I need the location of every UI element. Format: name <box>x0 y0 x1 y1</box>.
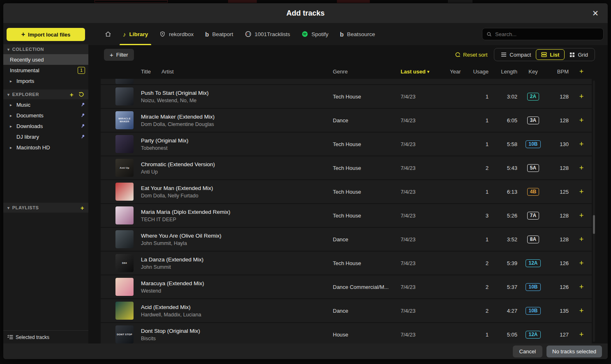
track-row[interactable]: Push To Start (Original Mix) Noizu, West… <box>101 85 592 108</box>
column-header-bpm[interactable]: BPM <box>546 69 571 75</box>
column-header-last-used[interactable]: Last used ▾ <box>401 69 450 75</box>
track-usage: 1 <box>470 236 491 243</box>
sidebar-item[interactable]: ▸ Music <box>3 99 88 110</box>
track-row[interactable]: Anti Up Chromatic (Extended Version) Ant… <box>101 156 592 179</box>
album-art-label <box>124 310 125 311</box>
track-usage: 2 <box>470 260 491 266</box>
view-compact-button[interactable]: Compact <box>496 49 536 60</box>
track-row[interactable]: Party (Original Mix) Tobehonest Tech Hou… <box>101 133 592 156</box>
track-genre: Tech House <box>333 260 401 266</box>
tab-rekordbox[interactable]: rekordbox <box>154 23 199 45</box>
key-badge: 7A <box>527 212 539 220</box>
add-track-button[interactable]: + <box>576 162 587 174</box>
cancel-button[interactable]: Cancel <box>513 346 542 357</box>
key-badge: 2A <box>527 93 539 101</box>
track-title: Maracuya (Extended Mix) <box>141 280 333 286</box>
key-badge: 10B <box>526 140 540 148</box>
add-track-button[interactable]: + <box>576 91 587 102</box>
explorer-header-label: EXPLORER <box>12 92 39 97</box>
chevron-right-icon: ▸ <box>10 103 15 107</box>
add-explorer-folder-button[interactable]: + <box>70 91 74 98</box>
album-art <box>115 87 134 105</box>
collection-list: Recently used Instrumental 1 ▸ Imports <box>3 54 88 86</box>
column-header-usage[interactable]: Usage <box>470 69 491 75</box>
collection-section-header[interactable]: ▾ COLLECTION <box>3 44 88 54</box>
track-row[interactable]: Where You Are (Olive Oil Remix) John Sum… <box>101 228 592 251</box>
sidebar-item[interactable]: ▸ Documents <box>3 110 88 121</box>
playlists-section-header[interactable]: ▾ PLAYLISTS + <box>3 203 88 213</box>
add-track-button[interactable]: + <box>576 186 587 197</box>
track-artist: Westend <box>141 288 333 294</box>
track-last-used: 7/4/23 <box>401 284 450 290</box>
add-column-button[interactable]: + <box>579 67 583 76</box>
selected-tracks-button[interactable]: Selected tracks <box>3 330 88 343</box>
track-row[interactable]: Maria Maria (Diplo Extended Remix) TECH … <box>101 204 592 227</box>
sidebar-item[interactable]: Recently used <box>3 54 88 65</box>
add-track-button[interactable]: + <box>576 329 587 340</box>
tab-beatsource[interactable]: b Beatsource <box>334 23 380 45</box>
column-header-genre[interactable]: Genre <box>333 69 401 75</box>
refresh-icon[interactable] <box>78 92 84 97</box>
track-title: Dont Stop (Original Mix) <box>141 328 333 334</box>
add-track-button[interactable]: + <box>576 234 587 245</box>
confirm-button[interactable]: No tracks selected <box>546 346 602 357</box>
search-input[interactable] <box>495 31 599 37</box>
track-length: 6:05 <box>491 117 520 124</box>
reset-sort-button[interactable]: Reset sort <box>455 52 487 58</box>
tab-spotify[interactable]: Spotify <box>296 23 334 45</box>
add-playlist-button[interactable]: + <box>81 204 84 211</box>
background-app <box>228 0 257 3</box>
column-header-artist[interactable]: Artist <box>161 69 174 75</box>
add-track-button[interactable]: + <box>576 114 587 126</box>
selected-tracks-icon <box>7 335 13 339</box>
add-track-button[interactable]: + <box>576 138 587 150</box>
sidebar-item[interactable]: ▸ Macintosh HD <box>3 142 88 153</box>
track-length: 6:13 <box>491 189 520 195</box>
track-usage: 2 <box>470 165 491 171</box>
track-row[interactable]: MIRACLE MAKER Miracle Maker (Extended Mi… <box>101 109 592 132</box>
track-length: 4:27 <box>491 308 520 314</box>
sidebar-item[interactable]: ▸ Imports <box>3 76 88 86</box>
sidebar-item[interactable]: ▸ DJ library <box>3 131 88 142</box>
column-header-length[interactable]: Length <box>491 69 520 75</box>
view-list-button[interactable]: List <box>536 49 565 60</box>
explorer-section-header[interactable]: ▾ EXPLORER + <box>3 89 88 99</box>
filter-button[interactable]: + Filter <box>104 49 134 61</box>
scrollbar-thumb[interactable] <box>593 215 595 234</box>
track-genre: Dance Commercial/M... <box>333 284 401 290</box>
track-bpm: 128 <box>546 117 571 124</box>
scrollbar-track[interactable] <box>593 80 595 342</box>
track-row[interactable]: Acid (Extended Mix) Hardwell, Maddix, Lu… <box>101 299 592 322</box>
view-grid-button[interactable]: Grid <box>565 49 593 60</box>
tab-library[interactable]: ♪ Library <box>117 23 154 45</box>
sidebar-item[interactable]: ▸ Downloads <box>3 121 88 131</box>
album-art-label <box>124 238 125 240</box>
add-track-button[interactable]: + <box>576 257 587 269</box>
spotify-icon <box>302 31 308 37</box>
track-row[interactable]: D64 La Danza (Extended Mix) John Summit … <box>101 252 592 275</box>
track-last-used: 7/4/23 <box>401 141 450 147</box>
add-track-button[interactable]: + <box>576 305 587 316</box>
sidebar-item[interactable]: Instrumental 1 <box>3 65 88 76</box>
close-icon[interactable]: ✕ <box>590 7 601 19</box>
track-row[interactable]: Eat Your Man (Extended Mix) Dom Dolla, N… <box>101 180 592 203</box>
track-bpm: 130 <box>546 141 571 147</box>
sidebar-item-label: Imports <box>16 78 34 84</box>
add-track-button[interactable]: + <box>576 281 587 293</box>
import-local-files-button[interactable]: + Import local files <box>7 28 85 41</box>
pin-icon <box>81 124 85 128</box>
column-header-title[interactable]: Title <box>141 69 151 75</box>
partially-visible-row[interactable] <box>101 79 592 84</box>
tab-beatport[interactable]: b Beatport <box>199 23 239 45</box>
add-track-button[interactable]: + <box>576 210 587 221</box>
tab-1001tracklists[interactable]: 1001Tracklists <box>239 23 296 45</box>
track-row[interactable]: DONT STOP Dont Stop (Original Mix) Bisci… <box>101 323 592 343</box>
column-header-year[interactable]: Year <box>450 69 470 75</box>
track-bpm: 126 <box>546 260 571 266</box>
tab-home[interactable] <box>99 23 117 45</box>
track-row[interactable]: Maracuya (Extended Mix) Westend Dance Co… <box>101 275 592 298</box>
track-last-used: 7/4/23 <box>401 189 450 195</box>
sort-caret-icon: ▾ <box>427 69 429 74</box>
column-header-key[interactable]: Key <box>520 69 546 75</box>
album-art <box>115 302 134 320</box>
